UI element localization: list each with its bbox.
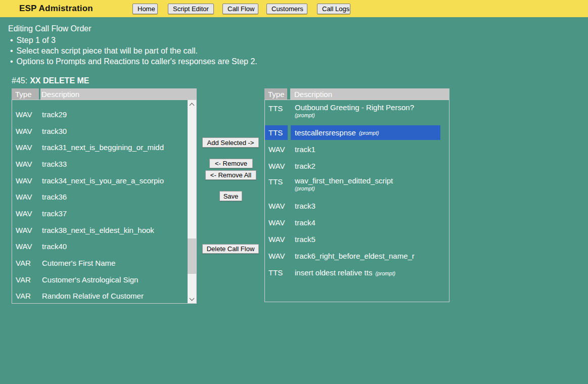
call-flow-panel: Type Description TTS Outbound Greeting -…: [264, 88, 449, 302]
item-type: WAV: [265, 145, 288, 154]
column-header-type: Type: [12, 88, 39, 100]
item-type: WAV: [12, 193, 39, 201]
item-description: track30: [41, 127, 189, 135]
delete-call-flow-button[interactable]: Delete Call Flow: [202, 244, 259, 254]
nav-button-call-flow[interactable]: Call Flow: [222, 4, 258, 14]
column-header-description: Description: [40, 88, 197, 100]
item-type: WAV: [12, 242, 39, 251]
item-type: WAV: [265, 202, 288, 210]
scroll-down-button[interactable]: [188, 295, 196, 303]
call-flow-id: #45:: [12, 76, 27, 85]
item-description: Customer's Astrological Sign: [41, 275, 189, 284]
list-item[interactable]: WAVtrack34_next_is_you_are_a_scorpio: [12, 172, 189, 189]
item-type: TTS: [265, 125, 288, 140]
list-item-selected[interactable]: TTS testcallersrespnse(prompt): [265, 125, 440, 140]
list-item[interactable]: WAV track5: [265, 231, 440, 248]
list-item[interactable]: VARCutomer's First Name: [12, 255, 189, 271]
page: ESP Admistration Home Script Editor Call…: [0, 0, 588, 384]
list-item[interactable]: TTS insert oldest relative tts(prompt): [265, 264, 440, 281]
item-description: wav_first_then_editted_script(prompt): [291, 176, 440, 191]
list-item[interactable]: TTS wav_first_then_editted_script(prompt…: [265, 174, 440, 198]
item-description: Outbound Greeting - Right Person?(prompt…: [291, 103, 440, 118]
item-description: track29: [41, 110, 189, 119]
list-item[interactable]: VARCustomer's Astrological Sign: [12, 271, 189, 288]
item-description: track38_next_is_eldest_kin_hook: [41, 226, 189, 234]
list-item[interactable]: WAVtrack31_next_is_beggining_or_midd: [12, 139, 189, 156]
prompt-note: (prompt): [295, 112, 440, 118]
app-title: ESP Admistration: [19, 4, 93, 14]
available-scripts-listbox: WAVtrack29 WAVtrack30 WAVtrack31_next_is…: [12, 100, 197, 304]
item-description: track40: [41, 242, 189, 251]
item-description: Random Relative of Customer: [41, 292, 189, 300]
list-item[interactable]: WAVtrack36: [12, 188, 189, 205]
item-description: track6_right_before_eldest_name_r: [291, 252, 440, 260]
item-type: TTS: [265, 268, 288, 277]
add-selected-button[interactable]: Add Selected ->: [202, 137, 259, 148]
chevron-up-icon: [190, 103, 195, 108]
remove-all-button[interactable]: <- Remove All: [205, 170, 256, 180]
item-description: track36: [41, 193, 189, 201]
item-type: VAR: [12, 275, 39, 284]
instruction-options: Options to Prompts and Reactions to call…: [10, 56, 257, 67]
chevron-down-icon: [190, 296, 195, 301]
item-type: WAV: [265, 218, 288, 227]
prompt-note: (prompt): [359, 130, 379, 136]
list-item[interactable]: TTS Outbound Greeting - Right Person?(pr…: [265, 101, 440, 124]
call-flow-header: Type Description: [264, 88, 449, 100]
list-item[interactable]: WAVtrack37: [12, 205, 189, 222]
available-scripts-panel: Type Description WAVtrack29 WAVtrack30 W…: [12, 88, 197, 304]
item-description: track5: [291, 235, 440, 244]
item-description: track37: [41, 209, 189, 218]
item-description: track31_next_is_beggining_or_midd: [41, 143, 189, 152]
save-button[interactable]: Save: [219, 191, 242, 201]
call-flow-title: #45:XX DELETE ME: [12, 76, 89, 85]
list-item[interactable]: WAVtrack30: [12, 123, 189, 139]
instruction-step: Step 1 of 3: [10, 35, 257, 45]
nav-button-customers[interactable]: Customers: [266, 4, 307, 14]
list-item[interactable]: WAV track1: [265, 141, 440, 158]
item-type: WAV: [265, 162, 288, 170]
list-item[interactable]: WAVtrack29: [12, 106, 189, 123]
vertical-scrollbar[interactable]: [188, 100, 196, 303]
item-type: WAV: [12, 226, 39, 234]
item-type: WAV: [12, 127, 39, 135]
item-type: VAR: [12, 259, 39, 267]
item-type: WAV: [12, 176, 39, 185]
list-item[interactable]: WAV track2: [265, 158, 440, 174]
prompt-note: (prompt): [295, 185, 440, 191]
list-item[interactable]: WAVtrack33: [12, 156, 189, 172]
item-description: track3: [291, 202, 440, 210]
prompt-note: (prompt): [375, 270, 395, 276]
item-type: WAV: [12, 143, 39, 152]
item-description: track4: [291, 218, 440, 227]
column-header-type: Type: [264, 88, 287, 100]
item-type: WAV: [12, 110, 39, 119]
list-item[interactable]: WAVtrack40: [12, 238, 189, 255]
item-description: track34_next_is_you_are_a_scorpio: [41, 176, 189, 185]
instruction-select: Select each script piece that will be pa…: [10, 45, 257, 56]
list-item[interactable]: WAVtrack38_next_is_eldest_kin_hook: [12, 222, 189, 238]
item-description: Cutomer's First Name: [41, 259, 189, 267]
nav-button-script-editor[interactable]: Script Editor: [168, 4, 214, 14]
item-type: WAV: [265, 252, 288, 260]
item-description: track2: [291, 162, 440, 170]
list-item[interactable]: VARRandom Relative of Customer: [12, 288, 189, 304]
item-description: testcallersrespnse(prompt): [291, 125, 440, 140]
call-flow-rows: TTS Outbound Greeting - Right Person?(pr…: [265, 100, 440, 281]
scroll-up-button[interactable]: [188, 100, 196, 109]
list-item[interactable]: WAV track4: [265, 214, 440, 231]
available-scripts-header: Type Description: [12, 88, 197, 100]
item-description: track1: [291, 145, 440, 154]
item-type: VAR: [12, 292, 39, 300]
list-item[interactable]: WAV track3: [265, 198, 440, 214]
nav-button-home[interactable]: Home: [132, 4, 158, 14]
column-header-description: Description: [290, 88, 449, 100]
nav-button-call-logs[interactable]: Call Logs: [317, 4, 350, 14]
top-nav-bar: ESP Admistration Home Script Editor Call…: [0, 0, 588, 17]
scrollbar-thumb[interactable]: [188, 238, 196, 274]
call-flow-name: XX DELETE ME: [30, 76, 89, 85]
remove-button[interactable]: <- Remove: [209, 159, 253, 168]
list-item[interactable]: WAV track6_right_before_eldest_name_r: [265, 248, 440, 264]
item-description: insert oldest relative tts(prompt): [291, 268, 440, 277]
item-description: track33: [41, 160, 189, 168]
